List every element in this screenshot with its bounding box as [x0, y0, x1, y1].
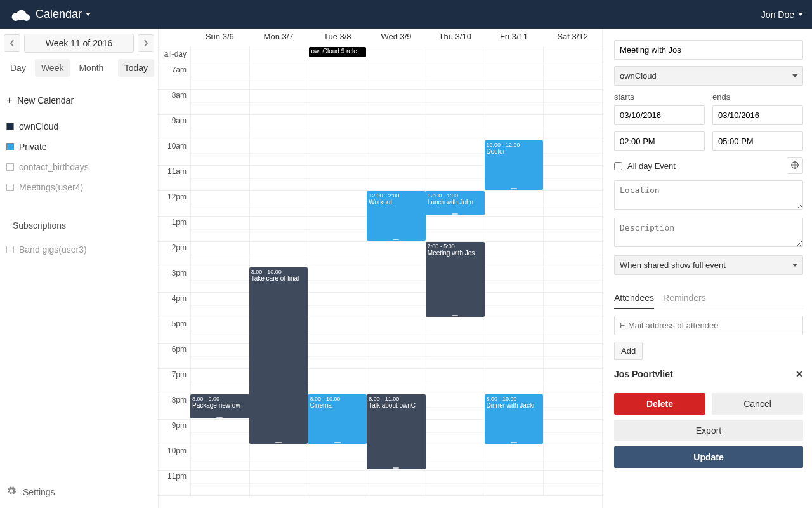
- calendar-event[interactable]: 12:00 - 1:00Lunch with John: [426, 191, 485, 215]
- time-cell[interactable]: [190, 64, 249, 89]
- time-cell[interactable]: [367, 267, 426, 292]
- time-cell[interactable]: [485, 369, 544, 394]
- time-cell[interactable]: [543, 344, 602, 368]
- time-cell[interactable]: [308, 242, 367, 267]
- time-cell[interactable]: [367, 242, 426, 267]
- time-cell[interactable]: [190, 217, 249, 241]
- time-cell[interactable]: [426, 394, 485, 419]
- next-week-button[interactable]: [138, 34, 154, 52]
- time-cell[interactable]: [543, 369, 602, 394]
- time-cell[interactable]: [485, 471, 544, 495]
- attendee-email-input[interactable]: [614, 316, 803, 335]
- calendar-item[interactable]: contact_birthdays: [4, 157, 154, 177]
- view-week[interactable]: Week: [35, 59, 70, 77]
- time-cell[interactable]: [190, 115, 249, 140]
- time-cell[interactable]: [485, 293, 544, 318]
- time-cell[interactable]: [426, 166, 485, 190]
- export-button[interactable]: Export: [614, 420, 803, 441]
- time-cell[interactable]: [543, 242, 602, 267]
- allday-cell[interactable]: [543, 46, 602, 64]
- allday-cell[interactable]: ownCloud 9 rele: [308, 46, 367, 64]
- time-cell[interactable]: [249, 445, 308, 470]
- time-cell[interactable]: [426, 115, 485, 140]
- time-cell[interactable]: [249, 191, 308, 216]
- resize-handle[interactable]: [511, 442, 517, 443]
- add-attendee-button[interactable]: Add: [614, 342, 643, 360]
- event-title-input[interactable]: [614, 40, 803, 60]
- resize-handle[interactable]: [393, 467, 399, 469]
- time-cell[interactable]: [190, 293, 249, 318]
- time-cell[interactable]: [367, 293, 426, 318]
- time-cell[interactable]: [367, 90, 426, 114]
- calendar-event[interactable]: 10:00 - 12:00Doctor: [485, 140, 544, 190]
- time-cell[interactable]: [543, 293, 602, 318]
- time-cell[interactable]: [485, 267, 544, 292]
- time-cell[interactable]: [485, 115, 544, 140]
- week-label[interactable]: Week 11 of 2016: [24, 34, 134, 53]
- time-cell[interactable]: [485, 318, 544, 343]
- time-cell[interactable]: [543, 394, 602, 419]
- time-cell[interactable]: [543, 267, 602, 292]
- settings-button[interactable]: Settings: [4, 481, 154, 503]
- time-cell[interactable]: [367, 471, 426, 495]
- time-cell[interactable]: [190, 344, 249, 368]
- time-cell[interactable]: [543, 115, 602, 140]
- time-cell[interactable]: [308, 166, 367, 190]
- today-button[interactable]: Today: [118, 59, 154, 77]
- time-cell[interactable]: [543, 420, 602, 444]
- end-time-input[interactable]: [712, 131, 803, 151]
- location-input[interactable]: [614, 180, 803, 210]
- time-cell[interactable]: [543, 445, 602, 470]
- time-cell[interactable]: [249, 242, 308, 267]
- allday-cell[interactable]: [249, 46, 308, 64]
- time-cell[interactable]: [308, 267, 367, 292]
- start-date-input[interactable]: [614, 105, 705, 125]
- calendar-item[interactable]: Private: [4, 137, 154, 157]
- prev-week-button[interactable]: [4, 34, 20, 52]
- time-cell[interactable]: [367, 115, 426, 140]
- allday-cell[interactable]: [426, 46, 485, 64]
- calendar-item[interactable]: ownCloud: [4, 116, 154, 137]
- time-cell[interactable]: [308, 344, 367, 368]
- time-cell[interactable]: [249, 64, 308, 89]
- time-cell[interactable]: [426, 369, 485, 394]
- calendar-event[interactable]: 8:00 - 10:00Dinner with Jacki: [485, 394, 544, 444]
- time-cell[interactable]: [426, 140, 485, 165]
- cancel-button[interactable]: Cancel: [712, 393, 803, 415]
- time-cell[interactable]: [485, 344, 544, 368]
- time-cell[interactable]: [543, 166, 602, 190]
- time-cell[interactable]: [308, 217, 367, 241]
- time-cell[interactable]: [543, 318, 602, 343]
- time-cell[interactable]: [485, 64, 544, 89]
- time-cell[interactable]: [190, 445, 249, 470]
- time-cell[interactable]: [543, 90, 602, 114]
- update-button[interactable]: Update: [614, 446, 803, 468]
- view-month[interactable]: Month: [72, 59, 110, 77]
- time-cell[interactable]: [543, 217, 602, 241]
- user-menu[interactable]: Jon Doe: [761, 10, 803, 20]
- resize-handle[interactable]: [452, 213, 458, 215]
- calendar-event[interactable]: 3:00 - 10:00Take care of final: [249, 267, 308, 444]
- resize-handle[interactable]: [393, 239, 399, 240]
- resize-handle[interactable]: [452, 315, 458, 316]
- time-cell[interactable]: [249, 115, 308, 140]
- time-cell[interactable]: [543, 140, 602, 165]
- calendar-select[interactable]: ownCloud: [614, 66, 803, 86]
- allday-cell[interactable]: [485, 46, 544, 64]
- time-cell[interactable]: [190, 90, 249, 114]
- time-cell[interactable]: [367, 318, 426, 343]
- tab-attendees[interactable]: Attendees: [614, 290, 654, 309]
- time-cell[interactable]: [485, 90, 544, 114]
- time-cell[interactable]: [485, 191, 544, 216]
- calendar-event[interactable]: 12:00 - 2:00Workout: [367, 191, 426, 241]
- time-cell[interactable]: [249, 217, 308, 241]
- allday-cell[interactable]: [367, 46, 426, 64]
- delete-button[interactable]: Delete: [614, 393, 705, 415]
- time-cell[interactable]: [249, 90, 308, 114]
- resize-handle[interactable]: [334, 442, 341, 443]
- app-switcher[interactable]: Calendar: [36, 8, 91, 21]
- time-cell[interactable]: [190, 420, 249, 444]
- calendar-scroll[interactable]: 7am8am9am10am11am12pm1pm2pm3pm4pm5pm6pm7…: [159, 64, 602, 496]
- time-cell[interactable]: [426, 318, 485, 343]
- time-cell[interactable]: [190, 166, 249, 190]
